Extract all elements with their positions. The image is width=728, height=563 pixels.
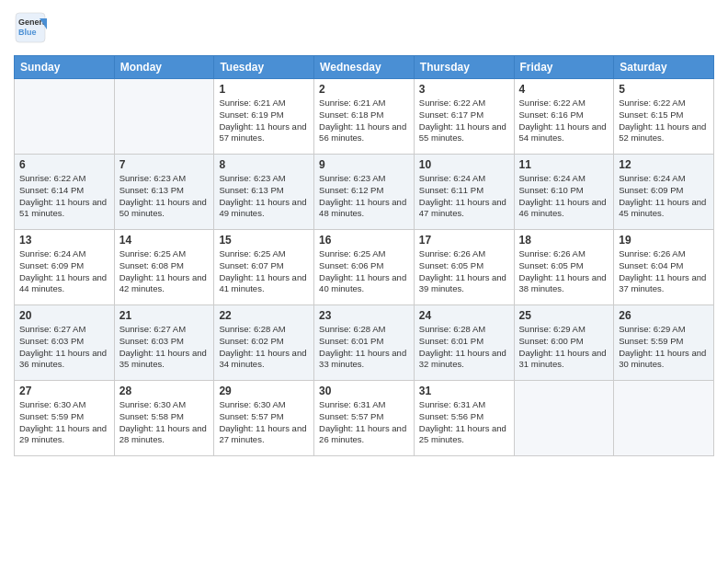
day-number: 19 [619,234,709,247]
calendar-cell: 12Sunrise: 6:24 AM Sunset: 6:09 PM Dayli… [614,155,714,230]
calendar-header-tuesday: Tuesday [214,56,314,79]
day-number: 24 [419,309,509,322]
calendar-cell [514,381,614,456]
day-number: 22 [219,309,309,322]
calendar-header-monday: Monday [114,56,214,79]
calendar-cell: 7Sunrise: 6:23 AM Sunset: 6:13 PM Daylig… [114,155,214,230]
calendar-week-3: 13Sunrise: 6:24 AM Sunset: 6:09 PM Dayli… [15,230,714,305]
calendar-cell: 4Sunrise: 6:22 AM Sunset: 6:16 PM Daylig… [514,79,614,155]
day-info: Sunrise: 6:25 AM Sunset: 6:08 PM Dayligh… [119,248,210,295]
day-number: 11 [519,158,609,171]
calendar-cell: 11Sunrise: 6:24 AM Sunset: 6:10 PM Dayli… [514,155,614,230]
day-info: Sunrise: 6:27 AM Sunset: 6:03 PM Dayligh… [19,324,109,371]
day-number: 25 [519,309,609,322]
day-number: 1 [219,83,309,96]
day-number: 18 [519,234,609,247]
day-info: Sunrise: 6:30 AM Sunset: 5:59 PM Dayligh… [19,399,109,446]
day-info: Sunrise: 6:22 AM Sunset: 6:14 PM Dayligh… [19,173,109,220]
calendar-cell: 3Sunrise: 6:22 AM Sunset: 6:17 PM Daylig… [414,79,514,155]
calendar-header-sunday: Sunday [15,56,115,79]
day-info: Sunrise: 6:24 AM Sunset: 6:11 PM Dayligh… [419,173,509,220]
calendar-table: SundayMondayTuesdayWednesdayThursdayFrid… [14,55,714,456]
page: General Blue SundayMondayTuesdayWednesda… [0,0,728,563]
day-number: 6 [19,158,109,171]
calendar-cell [614,381,714,456]
day-info: Sunrise: 6:28 AM Sunset: 6:02 PM Dayligh… [219,324,309,371]
calendar-header-thursday: Thursday [414,56,514,79]
day-info: Sunrise: 6:22 AM Sunset: 6:17 PM Dayligh… [419,98,509,144]
day-info: Sunrise: 6:25 AM Sunset: 6:07 PM Dayligh… [219,248,309,295]
svg-text:Blue: Blue [18,28,37,37]
calendar-cell: 2Sunrise: 6:21 AM Sunset: 6:18 PM Daylig… [314,79,415,155]
calendar-cell [114,79,214,155]
day-info: Sunrise: 6:22 AM Sunset: 6:16 PM Dayligh… [519,98,609,144]
calendar-cell: 5Sunrise: 6:22 AM Sunset: 6:15 PM Daylig… [614,79,714,155]
calendar-cell: 18Sunrise: 6:26 AM Sunset: 6:05 PM Dayli… [514,230,614,305]
day-info: Sunrise: 6:21 AM Sunset: 6:19 PM Dayligh… [219,98,309,144]
day-info: Sunrise: 6:30 AM Sunset: 5:57 PM Dayligh… [219,399,309,446]
calendar-cell: 24Sunrise: 6:28 AM Sunset: 6:01 PM Dayli… [414,305,514,381]
day-number: 29 [219,385,309,397]
day-number: 31 [419,385,509,397]
day-info: Sunrise: 6:25 AM Sunset: 6:06 PM Dayligh… [319,248,409,295]
calendar-week-2: 6Sunrise: 6:22 AM Sunset: 6:14 PM Daylig… [15,155,714,230]
day-info: Sunrise: 6:22 AM Sunset: 6:15 PM Dayligh… [619,98,709,144]
calendar-header-saturday: Saturday [614,56,714,79]
day-info: Sunrise: 6:24 AM Sunset: 6:09 PM Dayligh… [19,248,109,295]
calendar-week-4: 20Sunrise: 6:27 AM Sunset: 6:03 PM Dayli… [15,305,714,381]
day-number: 17 [419,234,509,247]
calendar-cell: 19Sunrise: 6:26 AM Sunset: 6:04 PM Dayli… [614,230,714,305]
calendar-cell: 26Sunrise: 6:29 AM Sunset: 5:59 PM Dayli… [614,305,714,381]
calendar-cell: 31Sunrise: 6:31 AM Sunset: 5:56 PM Dayli… [414,381,514,456]
calendar-week-1: 1Sunrise: 6:21 AM Sunset: 6:19 PM Daylig… [15,79,714,155]
calendar-cell: 15Sunrise: 6:25 AM Sunset: 6:07 PM Dayli… [214,230,314,305]
day-info: Sunrise: 6:26 AM Sunset: 6:05 PM Dayligh… [419,248,509,295]
day-number: 9 [319,158,409,171]
calendar-cell [15,79,115,155]
calendar-cell: 25Sunrise: 6:29 AM Sunset: 6:00 PM Dayli… [514,305,614,381]
day-number: 16 [319,234,409,247]
day-info: Sunrise: 6:31 AM Sunset: 5:56 PM Dayligh… [419,399,509,446]
day-number: 7 [119,158,210,171]
day-number: 4 [519,83,609,96]
day-info: Sunrise: 6:30 AM Sunset: 5:58 PM Dayligh… [119,399,210,446]
day-info: Sunrise: 6:26 AM Sunset: 6:04 PM Dayligh… [619,248,709,295]
day-info: Sunrise: 6:29 AM Sunset: 5:59 PM Dayligh… [619,324,709,371]
calendar-cell: 16Sunrise: 6:25 AM Sunset: 6:06 PM Dayli… [314,230,415,305]
calendar-week-5: 27Sunrise: 6:30 AM Sunset: 5:59 PM Dayli… [15,381,714,456]
calendar-cell: 14Sunrise: 6:25 AM Sunset: 6:08 PM Dayli… [114,230,214,305]
day-number: 27 [19,385,109,397]
logo: General Blue [14,9,47,48]
calendar-header-row: SundayMondayTuesdayWednesdayThursdayFrid… [15,56,714,79]
calendar-cell: 6Sunrise: 6:22 AM Sunset: 6:14 PM Daylig… [15,155,115,230]
day-info: Sunrise: 6:23 AM Sunset: 6:12 PM Dayligh… [319,173,409,220]
day-number: 5 [619,83,709,96]
calendar-cell: 9Sunrise: 6:23 AM Sunset: 6:12 PM Daylig… [314,155,415,230]
day-number: 20 [19,309,109,322]
day-number: 28 [119,385,210,397]
calendar-cell: 29Sunrise: 6:30 AM Sunset: 5:57 PM Dayli… [214,381,314,456]
day-number: 21 [119,309,210,322]
day-info: Sunrise: 6:27 AM Sunset: 6:03 PM Dayligh… [119,324,210,371]
calendar-cell: 30Sunrise: 6:31 AM Sunset: 5:57 PM Dayli… [314,381,415,456]
calendar-cell: 27Sunrise: 6:30 AM Sunset: 5:59 PM Dayli… [15,381,115,456]
day-number: 13 [19,234,109,247]
day-info: Sunrise: 6:26 AM Sunset: 6:05 PM Dayligh… [519,248,609,295]
day-number: 12 [619,158,709,171]
day-number: 14 [119,234,210,247]
header: General Blue [14,9,714,48]
day-info: Sunrise: 6:28 AM Sunset: 6:01 PM Dayligh… [319,324,409,371]
calendar-cell: 21Sunrise: 6:27 AM Sunset: 6:03 PM Dayli… [114,305,214,381]
day-number: 3 [419,83,509,96]
day-info: Sunrise: 6:23 AM Sunset: 6:13 PM Dayligh… [219,173,309,220]
day-number: 8 [219,158,309,171]
calendar-cell: 20Sunrise: 6:27 AM Sunset: 6:03 PM Dayli… [15,305,115,381]
calendar-cell: 17Sunrise: 6:26 AM Sunset: 6:05 PM Dayli… [414,230,514,305]
day-info: Sunrise: 6:23 AM Sunset: 6:13 PM Dayligh… [119,173,210,220]
day-info: Sunrise: 6:21 AM Sunset: 6:18 PM Dayligh… [319,98,409,144]
day-info: Sunrise: 6:28 AM Sunset: 6:01 PM Dayligh… [419,324,509,371]
calendar-header-friday: Friday [514,56,614,79]
day-info: Sunrise: 6:24 AM Sunset: 6:09 PM Dayligh… [619,173,709,220]
calendar-cell: 22Sunrise: 6:28 AM Sunset: 6:02 PM Dayli… [214,305,314,381]
day-number: 30 [319,385,409,397]
